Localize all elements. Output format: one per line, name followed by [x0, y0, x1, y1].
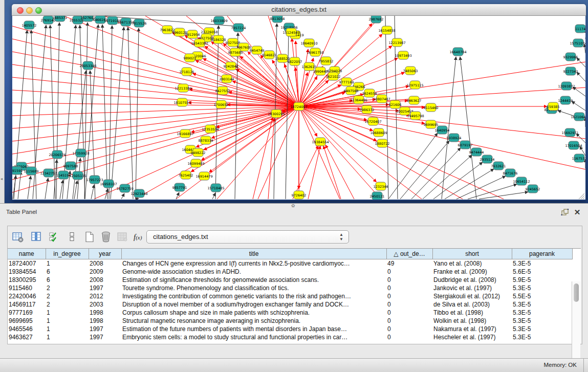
- graph-node-label: 9329966: [563, 55, 578, 59]
- create-column-button[interactable]: [83, 231, 96, 243]
- float-panel-icon[interactable]: [560, 208, 570, 217]
- graph-node-label: 2987682: [369, 17, 384, 21]
- graph-node-label: 8471676: [503, 171, 518, 176]
- table-row[interactable]: 1456911722003Disruption of a novel membe…: [8, 300, 572, 309]
- graph-node-label: 20206576: [49, 153, 66, 157]
- graph-node-label: 1700652: [214, 103, 229, 107]
- graph-node-label: 621606: [389, 103, 402, 107]
- table-row[interactable]: 2242004622012Investigating the contribut…: [8, 292, 572, 300]
- function-builder-button[interactable]: f(x): [134, 231, 146, 243]
- table-mode-button[interactable]: [12, 231, 24, 243]
- network-window[interactable]: citations_edges.txt 14055722769140168537…: [12, 4, 586, 201]
- graph-node-label: 1167533: [572, 157, 585, 161]
- graph-node-label: 10688609: [370, 131, 387, 135]
- graph-node-label: 9474444: [469, 150, 484, 155]
- column-header[interactable]: name: [8, 249, 46, 259]
- table-panel: ✿ Table Panel ✕: [0, 203, 588, 359]
- pane-collapse-arrow[interactable]: ◂: [1, 177, 3, 182]
- graph-node-label: 9777169: [339, 80, 354, 84]
- graph-node-label: 10654112: [513, 180, 530, 184]
- table-row[interactable]: 1872400712008Changes of HCN gene express…: [8, 259, 572, 268]
- graph-node-label: 12353534: [202, 127, 219, 132]
- graph-node-label: 1621022: [326, 75, 341, 79]
- graph-node-label: 9115460: [424, 106, 439, 110]
- graph-node-label: 1685371: [53, 16, 68, 20]
- table-row[interactable]: 946554611997Estimation of the future num…: [8, 325, 572, 333]
- table-selector-combobox[interactable]: citations_edges.txt ▲▼: [146, 230, 349, 244]
- close-panel-icon[interactable]: ✕: [573, 208, 582, 217]
- delete-column-button[interactable]: [100, 231, 112, 243]
- graph-node-label: 23226058: [201, 30, 217, 34]
- graph-node-label: 1244419: [558, 99, 573, 103]
- select-columns-button[interactable]: [48, 231, 60, 243]
- graph-node-label: 16914479: [195, 174, 212, 179]
- graph-node-label: 9726402: [292, 193, 307, 198]
- graph-node-label: 8813054: [270, 17, 285, 21]
- column-header[interactable]: year: [89, 249, 121, 259]
- network-canvas[interactable]: 1405572276914016853711055328715276026466…: [12, 16, 585, 200]
- graph-node-label: 7986372: [360, 108, 375, 112]
- graph-node-label: 21364486: [350, 98, 367, 102]
- graph-node-label: 15692971: [561, 131, 578, 135]
- graph-node-label: 16648784: [449, 50, 466, 54]
- graph-node-label: 17359928: [72, 151, 89, 156]
- graph-node-label: 3624554: [362, 92, 377, 96]
- graph-node-label: 9097588: [63, 164, 78, 168]
- table-row[interactable]: 969969511998Structural magnetic resonanc…: [8, 317, 572, 325]
- graph-node-label: 12093872: [558, 84, 575, 89]
- graph-node-label: 10973493: [395, 54, 411, 58]
- statusbar-separator: [583, 359, 584, 372]
- graph-node-label: 16210643: [571, 115, 585, 119]
- column-header[interactable]: pagerank: [512, 249, 572, 259]
- graph-node-label: 9699695: [424, 123, 439, 127]
- graph-node-label: 159385: [547, 105, 560, 109]
- graph-node-label: 12213987: [388, 41, 405, 45]
- graph-node-label: 17957223: [86, 178, 103, 182]
- graph-node-label: 2718126: [180, 70, 194, 74]
- graph-node-label: 17016504: [565, 144, 582, 148]
- status-bar: Memory: OK: [0, 358, 588, 372]
- table-header-row[interactable]: namein_degreeyeartitle△ out_de…shortpage…: [8, 249, 572, 259]
- column-header[interactable]: in_degree: [46, 249, 89, 259]
- row-height-button[interactable]: [66, 231, 78, 243]
- graph-node-label: 9327508: [226, 41, 241, 45]
- graph-node-label: 15751074: [570, 41, 585, 46]
- show-columns-button[interactable]: [30, 231, 42, 243]
- column-header[interactable]: title: [121, 249, 386, 259]
- graph-node-label: 6822057: [288, 60, 302, 64]
- memory-status-label: Memory: OK: [543, 362, 577, 368]
- graph-node-label: 19384554: [312, 140, 329, 144]
- scrollbar-thumb[interactable]: [574, 283, 579, 302]
- graph-node-label: 7955812: [319, 59, 334, 63]
- column-header[interactable]: short: [432, 249, 512, 259]
- table-row[interactable]: 1938455462009Genome-wide association stu…: [8, 268, 572, 276]
- graph-node-label: 18107553: [173, 101, 190, 105]
- graph-node-label: 2803144: [220, 77, 234, 81]
- vertical-scrollbar[interactable]: [572, 281, 580, 365]
- graph-node-label: 8454749: [250, 49, 265, 53]
- network-window-titlebar[interactable]: citations_edges.txt: [12, 4, 586, 16]
- table-row[interactable]: 911546021997Tourette syndrome. Phenomeno…: [8, 284, 572, 292]
- graph-node-label: 1880722: [375, 142, 390, 146]
- column-header[interactable]: △ out_de…: [386, 249, 432, 259]
- table-row[interactable]: 1830029562008Estimation of significance …: [8, 276, 572, 284]
- window-resize-grip[interactable]: [578, 192, 585, 200]
- graph-node-label: 19495798: [407, 114, 424, 118]
- graph-node-label: 10807487: [373, 97, 390, 101]
- graph-node-label: 16154838: [378, 29, 395, 33]
- graph-node-label: 9227343: [563, 70, 578, 74]
- graph-node-label: 12923448: [130, 192, 147, 196]
- graph-node-label: 5938924: [447, 136, 462, 140]
- graph-node-label: 12342757: [40, 171, 57, 176]
- network-desktop: citations_edges.txt 14055722769140168537…: [5, 0, 588, 203]
- graph-node-label: 7815526: [132, 21, 147, 26]
- table-selector-value: citations_edges.txt: [153, 233, 208, 240]
- table-row[interactable]: 977716911998Corpus callosum shape and si…: [8, 309, 572, 317]
- table-row[interactable]: 946362711997Embryonic stem cells: a mode…: [8, 333, 572, 341]
- graph-node-label: 8912954: [185, 33, 200, 37]
- import-table-button[interactable]: [116, 231, 128, 243]
- table-subpanel: f(x) citations_edges.txt ▲▼ namein_degre…: [7, 226, 582, 344]
- graph-node-label: 18640910: [300, 41, 317, 46]
- graph-node-label: 8878334: [199, 139, 213, 143]
- graph-node-label: 1362615: [302, 65, 317, 69]
